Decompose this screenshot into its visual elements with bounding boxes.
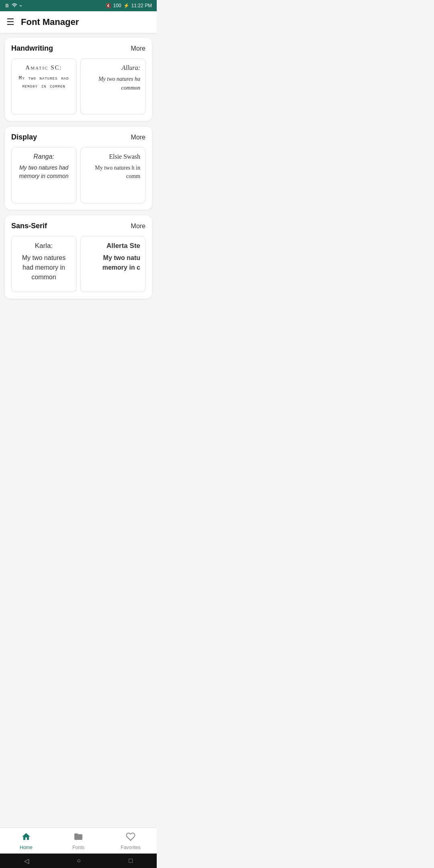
font-preview-row-display: Ranga: My two natures had memory in comm… [11,147,145,203]
font-name-karla: Karla: [16,242,71,250]
more-button-display[interactable]: More [131,134,145,141]
category-sans-serif: Sans-Serif More Karla: My two natures ha… [5,215,152,299]
status-right-icons: 🔇 100 ⚡ 11:22 PM [105,3,152,8]
time-display: 11:22 PM [131,3,152,8]
font-card-elsie-swash[interactable]: Elsie Swash My two natures h in comm [80,147,145,203]
font-sample-allura: My two natures ha common [86,75,140,93]
font-card-ranga[interactable]: Ranga: My two natures had memory in comm… [11,147,76,203]
font-name-allura: Allura: [86,64,140,72]
category-title-display: Display [11,133,37,141]
font-name-amatic-sc: Amatic SC: [16,64,71,71]
status-left-icons: 🗎 ⌁ [5,2,22,9]
font-sample-ranga: My two natures had memory in common [16,164,71,180]
font-sample-karla: My two natures had memory in common [16,253,71,282]
category-display: Display More Ranga: My two natures had m… [5,127,152,210]
font-name-elsie-swash: Elsie Swash [86,153,140,160]
font-preview-row-sans-serif: Karla: My two natures had memory in comm… [11,236,145,292]
font-card-allerta-stencil[interactable]: Allerta Ste My two natu memory in c [80,236,145,292]
more-button-handwriting[interactable]: More [131,45,145,52]
category-header-display: Display More [11,133,145,141]
status-bar: 🗎 ⌁ 🔇 100 ⚡ 11:22 PM [0,0,157,11]
battery-icon: 🗎 [5,3,10,8]
font-name-allerta-stencil: Allerta Ste [86,242,140,250]
font-sample-allerta-stencil: My two natu memory in c [86,253,140,272]
category-title-sans-serif: Sans-Serif [11,222,47,230]
usb-icon: ⌁ [19,3,22,8]
app-title: Font Manager [21,17,79,27]
mute-icon: 🔇 [105,3,111,8]
charging-icon: ⚡ [123,3,129,8]
wifi-icon [12,2,17,9]
main-content: Handwriting More Amatic SC: My two natur… [0,33,157,331]
battery-level: 100 [113,3,121,8]
font-name-ranga: Ranga: [16,153,71,160]
font-card-allura[interactable]: Allura: My two natures ha common [80,58,145,115]
font-sample-elsie-swash: My two natures h in comm [86,164,140,180]
category-header-handwriting: Handwriting More [11,44,145,53]
font-card-amatic-sc[interactable]: Amatic SC: My two natures had memory in … [11,58,76,115]
category-header-sans-serif: Sans-Serif More [11,222,145,230]
menu-button[interactable]: ☰ [6,18,14,27]
app-bar: ☰ Font Manager [0,11,157,33]
category-title-handwriting: Handwriting [11,44,53,53]
more-button-sans-serif[interactable]: More [131,223,145,230]
category-handwriting: Handwriting More Amatic SC: My two natur… [5,38,152,121]
font-sample-amatic-sc: My two natures had memory in common [16,74,71,90]
font-card-karla[interactable]: Karla: My two natures had memory in comm… [11,236,76,292]
font-preview-row-handwriting: Amatic SC: My two natures had memory in … [11,58,145,115]
